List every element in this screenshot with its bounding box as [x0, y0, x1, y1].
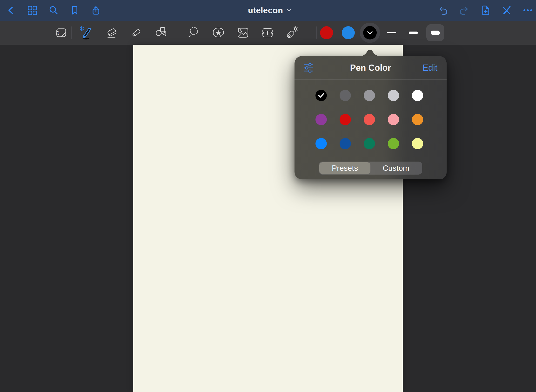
- topbar-right-icons: [437, 0, 534, 21]
- color-swatch-1-3[interactable]: [388, 114, 399, 125]
- thin-stroke-glyph: [387, 32, 396, 33]
- top-navigation-bar: utelecon: [0, 0, 536, 21]
- ellipsis-icon: [522, 5, 533, 16]
- text-icon: [261, 26, 275, 40]
- pages-grid-button[interactable]: [27, 5, 38, 16]
- redo-button[interactable]: [458, 5, 470, 16]
- lasso-icon: [187, 26, 201, 40]
- add-page-icon: [480, 5, 491, 16]
- color-swatch-1-4[interactable]: [412, 114, 423, 125]
- color-swatch-0-4[interactable]: [412, 90, 423, 101]
- pages-grid-icon: [27, 5, 38, 16]
- popover-caret: [359, 49, 381, 56]
- eraser-tool[interactable]: [103, 23, 121, 43]
- laser-pointer-icon: [285, 26, 299, 40]
- pen-color-slot-blue[interactable]: [342, 26, 355, 39]
- bookmark-icon: [69, 5, 80, 16]
- undo-icon: [437, 5, 449, 16]
- toolbar-separator: [316, 26, 317, 39]
- document-title-button[interactable]: utelecon: [248, 0, 291, 21]
- eraser-icon: [105, 26, 119, 40]
- laser-pointer-tool[interactable]: [283, 23, 301, 43]
- color-swatch-0-2[interactable]: [364, 90, 375, 101]
- zoom-window-icon: a: [54, 26, 68, 40]
- color-swatch-2-3[interactable]: [388, 138, 399, 149]
- tools-toolbar: a: [0, 21, 536, 45]
- checkmark-icon: [318, 93, 324, 98]
- redo-icon: [459, 5, 470, 16]
- add-page-button[interactable]: [480, 5, 491, 16]
- tab-presets[interactable]: Presets: [319, 162, 370, 174]
- highlighter-tool[interactable]: [128, 23, 145, 43]
- search-icon: [48, 5, 59, 16]
- highlighter-icon: [130, 26, 144, 40]
- color-swatch-1-1[interactable]: [340, 114, 351, 125]
- text-tool[interactable]: [259, 23, 276, 43]
- topbar-left-icons: [5, 0, 102, 21]
- medium-stroke-glyph: [409, 32, 418, 34]
- color-swatch-0-3[interactable]: [388, 90, 399, 101]
- image-icon: [236, 26, 250, 40]
- chevron-down-icon: [367, 31, 373, 34]
- lasso-tool[interactable]: [186, 23, 203, 43]
- app-screen: utelecon a: [0, 0, 536, 392]
- more-button[interactable]: [522, 5, 534, 16]
- tab-custom[interactable]: Custom: [370, 162, 422, 174]
- edit-link[interactable]: Edit: [422, 63, 437, 73]
- color-swatch-2-1[interactable]: [340, 138, 351, 149]
- color-swatch-1-0[interactable]: [315, 114, 327, 125]
- color-swatch-0-1[interactable]: [340, 90, 351, 101]
- document-title: utelecon: [248, 6, 283, 15]
- shapes-icon: [154, 26, 168, 40]
- stop-editing-button[interactable]: [501, 5, 512, 16]
- popover-header: Pen Color Edit: [295, 56, 447, 80]
- elements-tool[interactable]: [210, 23, 227, 43]
- pen-color-slot-selected[interactable]: [360, 23, 380, 43]
- pen-color-grid: [315, 90, 423, 149]
- stroke-width-medium[interactable]: [404, 24, 422, 41]
- color-swatch-1-2[interactable]: [364, 114, 375, 125]
- toolbar-separator: [71, 26, 72, 39]
- undo-button[interactable]: [437, 5, 449, 16]
- pen-tool[interactable]: [78, 23, 95, 43]
- shapes-tool[interactable]: [153, 23, 170, 43]
- sticker-star-icon: [211, 26, 225, 40]
- bookmark-button[interactable]: [69, 5, 80, 16]
- color-swatch-0-0[interactable]: [315, 90, 327, 101]
- crossed-pen-icon: [501, 5, 512, 16]
- color-swatch-2-2[interactable]: [364, 138, 375, 149]
- zoom-window-tool[interactable]: a: [52, 23, 70, 43]
- thick-stroke-glyph: [431, 31, 440, 35]
- pen-icon: [79, 25, 94, 40]
- title-chevron-down-icon: [287, 9, 291, 12]
- svg-text:a: a: [56, 29, 60, 37]
- presets-custom-segmented-control: Presets Custom: [319, 162, 422, 175]
- color-swatch-2-0[interactable]: [315, 138, 327, 149]
- selected-pen-color-swatch: [363, 26, 377, 39]
- share-button[interactable]: [90, 5, 102, 16]
- stroke-width-thin[interactable]: [383, 24, 401, 41]
- color-swatch-2-4[interactable]: [412, 138, 423, 149]
- search-button[interactable]: [48, 5, 59, 16]
- stroke-width-thick[interactable]: [426, 24, 444, 41]
- pen-color-slot-red[interactable]: [320, 26, 333, 39]
- pen-color-popover: Pen Color Edit Presets Custom: [295, 56, 447, 179]
- back-button[interactable]: [5, 5, 17, 16]
- share-icon: [91, 5, 101, 16]
- back-chevron-icon: [6, 5, 16, 16]
- image-tool[interactable]: [234, 23, 252, 43]
